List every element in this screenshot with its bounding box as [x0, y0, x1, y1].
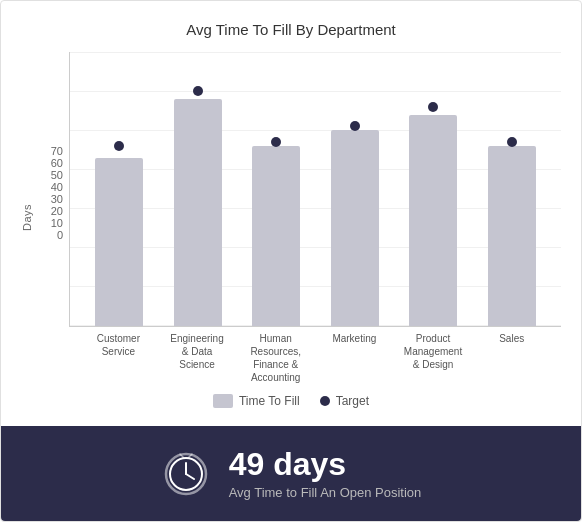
chart-area: Avg Time To Fill By Department Days 7060…: [1, 1, 581, 426]
y-tick: 10: [51, 217, 63, 229]
bar-group: [394, 52, 473, 326]
y-tick: 40: [51, 181, 63, 193]
legend: Time To Fill Target: [21, 384, 561, 416]
y-tick: 0: [57, 229, 63, 241]
target-dot: [271, 137, 281, 147]
target-dot: [114, 141, 124, 151]
footer-text: 49 days Avg Time to Fill An Open Positio…: [229, 447, 422, 499]
target-dot: [350, 121, 360, 131]
target-dot: [428, 102, 438, 112]
legend-dot-icon: [320, 396, 330, 406]
y-tick: 70: [51, 145, 63, 157]
bar: [174, 99, 222, 326]
legend-bar-icon: [213, 394, 233, 408]
clock-icon: [161, 449, 211, 499]
footer: 49 days Avg Time to Fill An Open Positio…: [1, 426, 581, 521]
y-axis: 706050403020100: [37, 145, 69, 291]
legend-item-dot: Target: [320, 394, 369, 408]
bar: [331, 130, 379, 326]
chart-body: CustomerServiceEngineering& DataScienceH…: [69, 52, 561, 384]
chart-card: Avg Time To Fill By Department Days 7060…: [0, 0, 582, 522]
x-label: ProductManagement& Design: [394, 327, 473, 384]
legend-dot-label: Target: [336, 394, 369, 408]
x-label: Sales: [472, 327, 551, 384]
chart-title: Avg Time To Fill By Department: [21, 21, 561, 38]
y-tick: 50: [51, 169, 63, 181]
y-axis-label: Days: [21, 204, 33, 231]
legend-item-bar: Time To Fill: [213, 394, 300, 408]
target-dot: [507, 137, 517, 147]
chart-wrapper: Days 706050403020100 CustomerServiceEngi…: [21, 52, 561, 384]
footer-days-value: 49 days: [229, 447, 346, 482]
bar-group: [80, 52, 159, 326]
bar: [252, 146, 300, 326]
y-tick: 30: [51, 193, 63, 205]
bars-container: [69, 52, 561, 327]
y-tick: 60: [51, 157, 63, 169]
x-labels: CustomerServiceEngineering& DataScienceH…: [69, 327, 561, 384]
footer-label: Avg Time to Fill An Open Position: [229, 485, 422, 500]
x-label: Marketing: [315, 327, 394, 384]
bar-group: [237, 52, 316, 326]
bar: [95, 158, 143, 326]
y-axis-wrapper: Days 706050403020100: [21, 52, 69, 384]
y-tick: 20: [51, 205, 63, 217]
x-label: HumanResources,Finance &Accounting: [236, 327, 315, 384]
bar-group: [159, 52, 238, 326]
legend-bar-label: Time To Fill: [239, 394, 300, 408]
bar-group: [473, 52, 552, 326]
bar-group: [316, 52, 395, 326]
svg-line-3: [186, 474, 194, 479]
bar: [488, 146, 536, 326]
x-label: CustomerService: [79, 327, 158, 384]
target-dot: [193, 86, 203, 96]
bar: [409, 115, 457, 326]
x-label: Engineering& DataScience: [158, 327, 237, 384]
